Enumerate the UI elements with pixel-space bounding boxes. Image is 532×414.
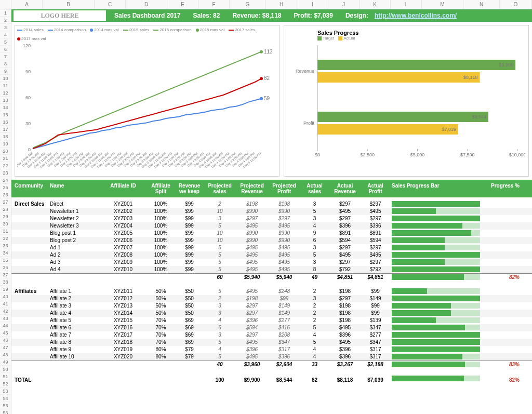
table-row[interactable]: Ad 1 XYZ007 100% $99 5 $495 $495 3 $297 …: [11, 244, 532, 251]
revenue-kpi: Revenue: $8,118: [226, 12, 287, 19]
th-pprof: Projected Profit: [268, 182, 300, 195]
th-pct: Progress %: [488, 182, 525, 195]
bar-chart-box: Sales Progress TargetActual Revenue$9,90…: [284, 25, 529, 177]
table-row[interactable]: Direct Sales Direct XYZ001 100% $99 2 $1…: [11, 201, 532, 208]
line-chart: 0306090120Day 1 8:00 AMDay 1 9:00 AMDay …: [17, 43, 277, 173]
table-body: Direct Sales Direct XYZ001 100% $99 2 $1…: [11, 201, 532, 414]
design-label: Design:: [339, 12, 375, 19]
table-row[interactable]: Affiliates Affiliate 1 XYZ011 50% $50 5 …: [11, 288, 532, 295]
th-name: Name: [48, 182, 100, 195]
table-row[interactable]: Affiliate 10 XYZ020 80% $79 5 $495 $396 …: [11, 353, 532, 360]
svg-text:$7,500: $7,500: [460, 152, 475, 157]
line-chart-legend: 2014 sales2014 comparison2014 max val201…: [17, 28, 277, 41]
table-row[interactable]: Affiliate 5 XYZ015 70% $69 4 $396 $277 2…: [11, 317, 532, 324]
th-aprof: Actual Profit: [361, 182, 390, 195]
design-link[interactable]: http://www.benlcollins.com/: [375, 12, 457, 19]
table-row[interactable]: Blog post 1 XYZ005 100% $99 10 $990 $990…: [11, 230, 532, 237]
svg-text:$8,118: $8,118: [463, 75, 478, 80]
table-header-row: Community Name Affiliate ID Affiliate Sp…: [11, 180, 532, 197]
table-row[interactable]: Affiliate 3 XYZ013 50% $50 3 $297 $149 2…: [11, 302, 532, 310]
svg-text:113: 113: [264, 49, 273, 55]
svg-rect-54: [317, 112, 488, 122]
th-community: Community: [11, 182, 48, 195]
table-row[interactable]: Newsletter 2 XYZ003 100% $99 3 $297 $297…: [11, 215, 532, 222]
charts-row: 2014 sales2014 comparison2014 max val201…: [11, 22, 532, 180]
table-row[interactable]: Newsletter 1 XYZ002 100% $99 10 $990 $99…: [11, 208, 532, 215]
bar-chart: Revenue$9,900$8,118Profit$8,544$7,039$0$…: [286, 43, 525, 162]
line-chart-box: 2014 sales2014 comparison2014 max val201…: [15, 25, 280, 177]
subtotal-row: 60$5,940$5,940 49$4,851$4,851 82%: [11, 273, 532, 281]
profit-kpi: Profit: $7,039: [288, 12, 339, 19]
svg-text:120: 120: [23, 43, 31, 48]
svg-rect-56: [317, 124, 458, 135]
svg-text:0: 0: [28, 147, 31, 152]
svg-rect-49: [317, 60, 515, 70]
th-prev: Projected Revenue: [236, 182, 268, 195]
spreadsheet[interactable]: ABCDEFGHIJKLMNO 123456789101112131415161…: [0, 0, 532, 414]
table-row[interactable]: Newsletter 3 XYZ004 100% $99 5 $495 $495…: [11, 222, 532, 230]
svg-text:$5,000: $5,000: [410, 152, 425, 157]
table-row[interactable]: Ad 3 XYZ009 100% $99 5 $495 $495 3 $297 …: [11, 259, 532, 266]
dashboard-title: Sales Dashboard 2017: [108, 12, 187, 19]
svg-text:30: 30: [25, 121, 31, 126]
subtotal-row: 40$3,960$2,604 33$3,267$2,188 83%: [11, 360, 532, 368]
svg-rect-51: [317, 72, 480, 83]
svg-text:$0: $0: [315, 152, 320, 157]
svg-point-42: [260, 97, 263, 100]
table-row[interactable]: Affiliate 6 XYZ016 70% $69 6 $594 $416 5…: [11, 324, 532, 331]
row-headers[interactable]: 1234567891011121314151617181920212223242…: [0, 9, 11, 414]
th-psales: Projected sales: [204, 182, 236, 195]
logo-placeholder: LOGO HERE: [14, 10, 106, 21]
table-row[interactable]: Affiliate 2 XYZ012 50% $50 2 $198 $99 3 …: [11, 295, 532, 302]
table-row[interactable]: Affiliate 7 XYZ017 70% $69 3 $297 $208 4…: [11, 331, 532, 339]
th-affid: Affiliate ID: [100, 182, 147, 195]
column-headers[interactable]: ABCDEFGHIJKLMNO: [0, 0, 532, 9]
svg-text:59: 59: [264, 96, 270, 101]
table-row[interactable]: Blog post 2 XYZ006 100% $99 10 $990 $990…: [11, 237, 532, 244]
svg-text:$8,544: $8,544: [472, 114, 486, 119]
total-row: TOTAL 100$9,900$8,544 82$8,118$7,039 82%: [11, 375, 532, 385]
svg-text:82: 82: [264, 75, 270, 81]
table-row[interactable]: Affiliate 4 XYZ014 50% $50 3 $297 $149 2…: [11, 310, 532, 317]
bar-chart-title: Sales Progress: [317, 30, 526, 36]
th-asales: Actual sales: [300, 182, 329, 195]
table-row[interactable]: Ad 4 XYZ010 100% $99 5 $495 $495 8 $792 …: [11, 266, 532, 273]
sales-kpi: Sales: 82: [187, 12, 226, 19]
table-row[interactable]: Affiliate 8 XYZ018 70% $69 5 $495 $347 5…: [11, 339, 532, 346]
svg-text:60: 60: [25, 95, 31, 100]
svg-text:$2,500: $2,500: [360, 152, 375, 157]
dashboard-header: LOGO HERE Sales Dashboard 2017 Sales: 82…: [11, 9, 532, 22]
svg-text:$7,039: $7,039: [442, 127, 456, 132]
svg-text:Revenue: Revenue: [296, 69, 314, 74]
svg-point-46: [260, 77, 263, 80]
svg-text:$10,000: $10,000: [509, 152, 525, 157]
svg-text:Profit: Profit: [303, 121, 315, 126]
bar-chart-legend: TargetActual: [317, 36, 526, 41]
th-keep: Revenue we keep: [175, 182, 204, 195]
svg-point-44: [260, 50, 263, 54]
table-row[interactable]: Affiliate 9 XYZ019 80% $79 4 $396 $317 4…: [11, 346, 532, 353]
table-row[interactable]: Ad 2 XYZ008 100% $99 5 $495 $495 5 $495 …: [11, 251, 532, 259]
th-split: Affiliate Split: [147, 182, 175, 195]
svg-text:$9,900: $9,900: [499, 62, 514, 68]
svg-text:90: 90: [25, 69, 31, 74]
th-arev: Actual Revenue: [329, 182, 361, 195]
th-bar: Sales Progress Bar: [390, 182, 488, 195]
